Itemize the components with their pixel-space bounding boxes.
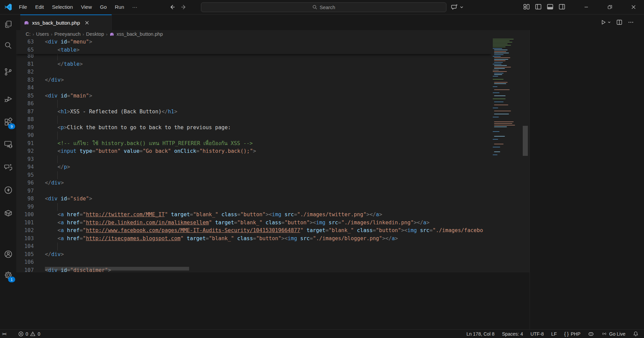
code-text[interactable] (45, 84, 491, 92)
sidebar-item-containers[interactable] (0, 205, 16, 221)
sidebar-item-source-control[interactable] (0, 64, 16, 80)
vertical-scrollbar[interactable] (522, 38, 530, 272)
document-link[interactable]: http://be.linkedin.com/in/malikmesellem (86, 220, 209, 226)
code-text[interactable]: <a href="http://www.facebook.com/pages/M… (45, 227, 491, 235)
line-number[interactable]: 106 (16, 258, 34, 266)
code-text[interactable]: <h1>XSS - Reflected (Back Button)</h1> (45, 108, 491, 116)
sidebar-item-extensions[interactable]: 9 (0, 114, 16, 130)
line-number[interactable]: 98 (16, 195, 34, 203)
vertical-scrollbar-thumb[interactable] (523, 126, 528, 156)
breadcrumb-item[interactable]: Preeyanuch (54, 31, 80, 37)
copilot-chat-button[interactable] (451, 3, 464, 11)
minimize-button[interactable] (578, 0, 594, 14)
line-number[interactable]: 99 (16, 203, 34, 211)
sidebar-item-chat[interactable] (0, 159, 16, 175)
document-link[interactable]: http://twitter.com/MME_IT (86, 212, 164, 218)
tab-close-icon[interactable] (85, 21, 89, 25)
cursor-position[interactable]: Ln 178, Col 8 (466, 331, 494, 337)
code-text[interactable] (45, 203, 491, 211)
code-line[interactable]: 92 <input type="button" value="Go back" … (16, 147, 491, 156)
command-center-search[interactable]: Search (201, 2, 446, 12)
more-actions-button[interactable] (628, 19, 634, 25)
code-line[interactable]: 85<div id="main"> (16, 92, 491, 100)
minimap[interactable] (491, 38, 522, 272)
problems-status[interactable]: 0 0 (18, 331, 41, 337)
code-text[interactable]: <input type="button" value="Go back" onC… (45, 147, 491, 156)
horizontal-scrollbar[interactable] (45, 267, 189, 271)
sidebar-item-explorer[interactable] (0, 16, 16, 32)
line-number[interactable]: 91 (16, 140, 34, 148)
code-text[interactable] (45, 132, 491, 140)
line-number[interactable]: 90 (16, 132, 34, 140)
code-line[interactable]: 95 (16, 171, 491, 179)
code-text[interactable] (45, 116, 491, 124)
sidebar-item-thunder-client[interactable] (0, 182, 16, 198)
code-text[interactable]: </div> (45, 251, 491, 259)
code-line[interactable]: 97 (16, 187, 491, 195)
document-link[interactable]: http://itsecgames.blogspot.com (86, 235, 180, 242)
go-live-button[interactable]: Go Live (601, 331, 625, 337)
code-line[interactable]: 63<div id="menu"> (16, 38, 491, 46)
code-text[interactable] (45, 100, 491, 108)
menu-more[interactable]: ··· (128, 0, 141, 14)
line-number[interactable]: 100 (16, 211, 34, 219)
code-text[interactable] (45, 68, 491, 76)
code-text[interactable]: <a href="http://be.linkedin.com/in/malik… (45, 219, 491, 227)
line-number[interactable]: 96 (16, 179, 34, 187)
menu-view[interactable]: View (77, 0, 96, 14)
code-line[interactable]: 104 (16, 243, 491, 251)
code-text[interactable]: <div id="menu"> (45, 38, 491, 46)
forward-arrow-icon[interactable] (180, 4, 187, 10)
toggle-panel-icon[interactable] (546, 3, 554, 10)
menu-selection[interactable]: Selection (48, 0, 77, 14)
code-line[interactable]: 98<div id="side"> (16, 195, 491, 203)
code-text[interactable]: </div> (45, 179, 491, 187)
line-number[interactable]: 86 (16, 100, 34, 108)
code-line[interactable]: 105</div> (16, 251, 491, 259)
code-text[interactable]: <a href="http://twitter.com/MME_IT" targ… (45, 211, 491, 219)
line-number[interactable]: 105 (16, 251, 34, 259)
sidebar-item-search[interactable] (0, 37, 16, 54)
notifications-bell[interactable] (633, 331, 639, 337)
menu-go[interactable]: Go (96, 0, 111, 14)
remote-indicator[interactable]: >< (2, 331, 6, 336)
code-line[interactable]: 90 (16, 132, 491, 140)
code-line[interactable]: 99 (16, 203, 491, 211)
line-number[interactable]: 88 (16, 116, 34, 124)
breadcrumb-item[interactable]: Users (36, 31, 49, 37)
eol-sequence[interactable]: LF (551, 331, 557, 337)
code-text[interactable]: <!-- แก้ไข: ใช้ history.back() แทน HTTP_… (45, 140, 491, 148)
code-line[interactable]: 106 (16, 258, 491, 266)
line-number[interactable]: 103 (16, 235, 34, 243)
customize-layout-icon[interactable] (523, 3, 530, 10)
line-number[interactable]: 102 (16, 227, 34, 235)
menu-run[interactable]: Run (111, 0, 128, 14)
split-editor-button[interactable] (616, 19, 622, 25)
sidebar-item-run-debug[interactable] (0, 91, 16, 107)
code-line[interactable]: 65 <table> (16, 46, 491, 54)
code-line[interactable]: 100 <a href="http://twitter.com/MME_IT" … (16, 211, 491, 219)
code-text[interactable] (45, 156, 491, 164)
code-text[interactable] (45, 171, 491, 179)
line-number[interactable]: 94 (16, 163, 34, 171)
code-editor[interactable]: 8081 </table>8283</div>8485<div id="main… (16, 38, 530, 272)
code-text[interactable]: </table> (45, 60, 491, 68)
code-line[interactable]: 83</div> (16, 76, 491, 84)
tab-xss-back-button[interactable]: xss_back_button.php (20, 15, 112, 30)
line-number[interactable]: 84 (16, 84, 34, 92)
restore-button[interactable] (602, 0, 618, 14)
code-text[interactable] (45, 187, 491, 195)
line-number[interactable]: 101 (16, 219, 34, 227)
line-number[interactable]: 87 (16, 108, 34, 116)
code-line[interactable]: 82 (16, 68, 491, 76)
code-text[interactable]: <a href="http://itsecgames.blogspot.com"… (45, 235, 491, 243)
code-line[interactable]: 103 <a href="http://itsecgames.blogspot.… (16, 235, 491, 243)
line-number[interactable]: 63 (16, 38, 34, 46)
code-line[interactable]: 93 (16, 156, 491, 164)
run-button[interactable] (600, 19, 611, 25)
copilot-status[interactable] (588, 331, 594, 337)
back-arrow-icon[interactable] (169, 4, 176, 10)
line-number[interactable]: 93 (16, 156, 34, 164)
document-link[interactable]: http://www.facebook.com/pages/MME-IT-Aud… (86, 227, 300, 233)
code-line[interactable]: 96</div> (16, 179, 491, 187)
